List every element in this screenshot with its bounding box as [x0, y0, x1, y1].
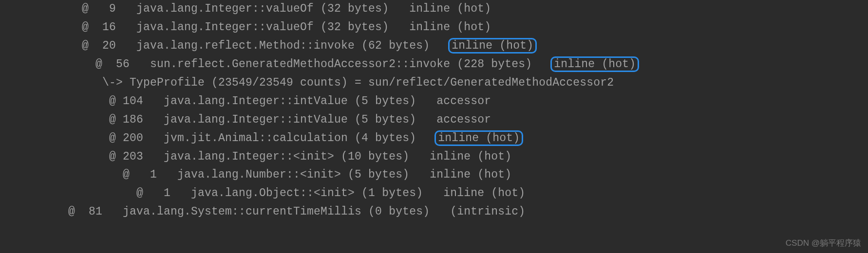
log-line: @ 1 java.lang.Number::<init> (5 bytes) i… — [0, 166, 868, 184]
log-line: @ 16 java.lang.Integer::valueOf (32 byte… — [0, 18, 868, 37]
inline-status: inline (hot) — [550, 56, 639, 72]
inline-status: accessor — [436, 95, 491, 108]
log-line: @ 56 sun.reflect.GeneratedMethodAccessor… — [0, 55, 868, 74]
inline-status: inline (hot) — [409, 2, 491, 15]
inline-status: accessor — [436, 113, 491, 126]
log-line: @ 20 java.lang.reflect.Method::invoke (6… — [0, 37, 868, 55]
inline-status: inline (hot) — [434, 130, 523, 146]
inline-status: (intrinsic) — [450, 205, 525, 218]
inline-status: inline (hot) — [443, 187, 525, 199]
log-line: @ 104 java.lang.Integer::intValue (5 byt… — [0, 92, 868, 111]
inline-status: inline (hot) — [430, 168, 511, 181]
inline-status: inline (hot) — [448, 38, 537, 54]
log-line: \-> TypeProfile (23549/23549 counts) = s… — [0, 74, 868, 92]
log-line: @ 1 java.lang.Object::<init> (1 bytes) i… — [0, 184, 868, 203]
log-line: @ 203 java.lang.Integer::<init> (10 byte… — [0, 148, 868, 166]
jit-log-output: @ 9 java.lang.Integer::valueOf (32 bytes… — [0, 0, 868, 221]
inline-status: inline (hot) — [409, 21, 491, 34]
inline-status: inline (hot) — [430, 150, 511, 163]
log-line: @ 9 java.lang.Integer::valueOf (32 bytes… — [0, 0, 868, 18]
log-line: @ 81 java.lang.System::currentTimeMillis… — [0, 203, 868, 221]
watermark: CSDN @躺平程序猿 — [786, 236, 861, 250]
log-line: @ 200 jvm.jit.Animal::calculation (4 byt… — [0, 129, 868, 148]
log-line: @ 186 java.lang.Integer::intValue (5 byt… — [0, 111, 868, 129]
